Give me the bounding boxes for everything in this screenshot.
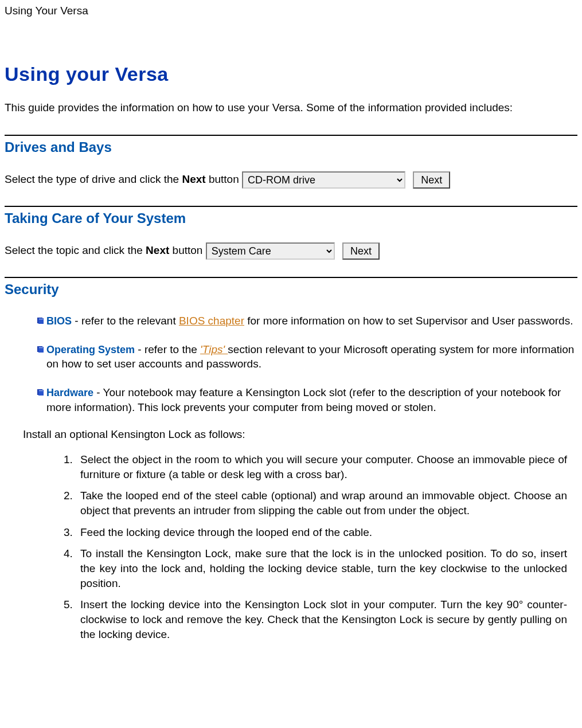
care-prompt-bold: Next (146, 244, 169, 256)
drives-prompt-pre: Select the type of drive and click the (5, 173, 182, 185)
install-step: Select the object in the room to which y… (76, 452, 567, 482)
book-icon (37, 345, 45, 353)
divider (5, 135, 577, 136)
drives-prompt-post: button (206, 173, 242, 185)
security-heading: Security (5, 281, 577, 298)
security-item-bios: BIOS - refer to the relevant BIOS chapte… (37, 314, 577, 328)
install-steps: Select the object in the room to which y… (41, 452, 577, 641)
divider (5, 206, 577, 207)
care-topic-select[interactable]: System Care (206, 242, 335, 260)
book-icon (37, 388, 45, 396)
os-text-pre: - refer to the (135, 343, 200, 355)
bios-title: BIOS (46, 315, 72, 327)
book-icon (37, 316, 45, 324)
drives-heading: Drives and Bays (5, 139, 577, 155)
install-intro: Install an optional Kensington Lock as f… (23, 428, 577, 441)
intro-text: This guide provides the information on h… (5, 101, 577, 114)
svg-rect-2 (39, 319, 43, 319)
security-item-hardware: Hardware - Your notebook may feature a K… (37, 385, 577, 414)
svg-rect-8 (39, 390, 43, 391)
os-title: Operating System (46, 344, 135, 355)
drive-type-select[interactable]: CD-ROM drive (242, 171, 405, 189)
svg-rect-5 (39, 347, 43, 348)
care-heading: Taking Care of Your System (5, 210, 577, 226)
install-step: To install the Kensington Lock, make sur… (76, 546, 567, 590)
install-step: Insert the locking device into the Kensi… (76, 597, 567, 641)
bios-text-pre: - refer to the relevant (72, 315, 179, 327)
page-title: Using your Versa (5, 63, 577, 85)
drives-next-button[interactable]: Next (413, 171, 450, 189)
care-next-button[interactable]: Next (342, 242, 380, 260)
bios-text-post: for more information on how to set Super… (244, 315, 573, 327)
hardware-text: - Your notebook may feature a Kensington… (46, 386, 561, 413)
tips-link[interactable]: 'Tips' (200, 343, 228, 355)
page-header: Using Your Versa (5, 5, 577, 17)
hardware-title: Hardware (46, 387, 93, 398)
bios-chapter-link[interactable]: BIOS chapter (179, 315, 244, 327)
divider (5, 277, 577, 278)
care-row: Select the topic and click the Next butt… (5, 242, 577, 260)
drives-row: Select the type of drive and click the N… (5, 171, 577, 189)
drives-prompt-bold: Next (182, 173, 205, 185)
install-step: Feed the locking device through the loop… (76, 525, 567, 540)
care-prompt-post: button (169, 244, 205, 256)
care-prompt-pre: Select the topic and click the (5, 244, 146, 256)
security-item-os: Operating System - refer to the 'Tips' s… (37, 342, 577, 371)
install-step: Take the looped end of the steel cable (… (76, 488, 567, 518)
